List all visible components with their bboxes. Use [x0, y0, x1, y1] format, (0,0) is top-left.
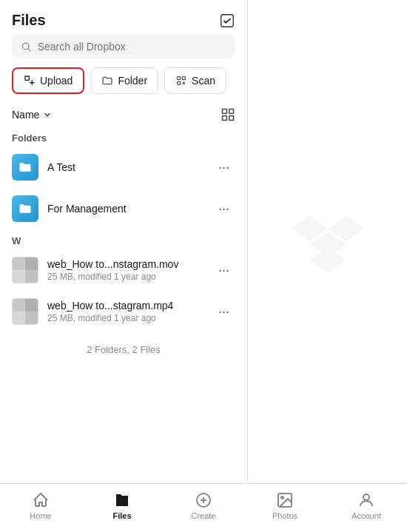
svg-point-1 — [22, 43, 29, 50]
nav-item-home[interactable]: Home — [18, 491, 63, 520]
folder-icon — [101, 75, 113, 87]
svg-rect-7 — [182, 77, 185, 80]
svg-line-2 — [28, 49, 30, 51]
svg-rect-6 — [178, 77, 181, 80]
search-input[interactable] — [38, 41, 226, 53]
panel-header: Files — [0, 0, 247, 35]
folder-icon-a-test — [12, 154, 38, 181]
search-icon — [21, 41, 32, 53]
nav-item-create[interactable]: Create — [181, 491, 226, 520]
nav-label-create: Create — [191, 511, 215, 520]
file-info: A Test — [47, 161, 204, 173]
sort-control[interactable]: Name — [12, 109, 53, 121]
w-section-label: W — [0, 229, 247, 249]
more-options-button[interactable]: ··· — [212, 260, 235, 281]
list-item[interactable]: web_How to...nstagram.mov 25 MB, modifie… — [0, 249, 247, 291]
photos-icon — [276, 491, 294, 509]
svg-rect-12 — [229, 110, 234, 114]
svg-rect-3 — [25, 76, 29, 80]
scan-label: Scan — [192, 75, 215, 87]
svg-rect-11 — [223, 110, 227, 114]
file-summary: 2 Folders, 2 Files — [0, 332, 247, 367]
svg-rect-14 — [229, 116, 234, 121]
video-thumbnail-mov — [12, 257, 38, 283]
upload-icon — [24, 75, 36, 87]
bottom-navigation: Home Files Create Photos Account — [0, 483, 407, 532]
nav-item-account[interactable]: Account — [344, 491, 388, 520]
upload-button[interactable]: Upload — [12, 67, 84, 94]
svg-rect-13 — [223, 116, 227, 121]
svg-marker-18 — [309, 248, 346, 272]
folder-button[interactable]: Folder — [90, 67, 158, 94]
grid-view-icon[interactable] — [221, 107, 235, 122]
list-item[interactable]: A Test ··· — [0, 147, 247, 188]
nav-label-photos: Photos — [272, 511, 297, 520]
file-info: web_How to...stagram.mp4 25 MB, modified… — [47, 300, 204, 323]
file-meta: 25 MB, modified 1 year ago — [47, 272, 204, 282]
nav-label-files: Files — [112, 511, 131, 520]
folder-icon-for-management — [12, 195, 38, 222]
search-bar[interactable] — [12, 35, 235, 58]
panel-title: Files — [12, 12, 46, 29]
scan-icon — [175, 75, 187, 87]
chevron-down-icon — [42, 110, 53, 120]
svg-rect-8 — [178, 81, 181, 84]
create-icon — [195, 491, 212, 509]
left-panel: Files Upload — [0, 0, 248, 483]
file-name: web_How to...nstagram.mov — [47, 258, 204, 270]
more-options-button[interactable]: ··· — [212, 157, 235, 178]
folder-label: Folder — [118, 75, 147, 87]
file-name: web_How to...stagram.mp4 — [47, 300, 204, 312]
svg-point-23 — [281, 496, 283, 499]
folders-section-label: Folders — [0, 127, 247, 147]
checkmark-icon[interactable] — [219, 13, 235, 29]
right-panel — [248, 0, 407, 483]
file-name: For Management — [47, 203, 204, 215]
dropbox-watermark-icon — [291, 212, 365, 272]
account-icon — [357, 491, 375, 509]
sort-name: Name — [12, 109, 39, 121]
svg-point-24 — [363, 494, 369, 500]
file-info: web_How to...nstagram.mov 25 MB, modifie… — [47, 258, 204, 282]
file-name: A Test — [47, 161, 204, 173]
scan-button[interactable]: Scan — [164, 67, 226, 94]
more-options-button[interactable]: ··· — [212, 301, 235, 323]
video-thumbnail-mp4 — [12, 298, 38, 325]
nav-label-account: Account — [352, 511, 381, 520]
nav-item-files[interactable]: Files — [100, 491, 144, 520]
files-icon — [113, 491, 131, 509]
action-buttons: Upload Folder Scan — [0, 67, 247, 103]
nav-label-home: Home — [30, 511, 51, 520]
list-item[interactable]: web_How to...stagram.mp4 25 MB, modified… — [0, 291, 247, 332]
list-item[interactable]: For Management ··· — [0, 188, 247, 229]
file-list-header: Name — [0, 103, 247, 127]
more-options-button[interactable]: ··· — [212, 198, 235, 220]
file-meta: 25 MB, modified 1 year ago — [47, 313, 204, 323]
nav-item-photos[interactable]: Photos — [263, 491, 307, 520]
upload-label: Upload — [40, 75, 73, 87]
home-icon — [32, 491, 50, 509]
file-info: For Management — [47, 203, 204, 215]
